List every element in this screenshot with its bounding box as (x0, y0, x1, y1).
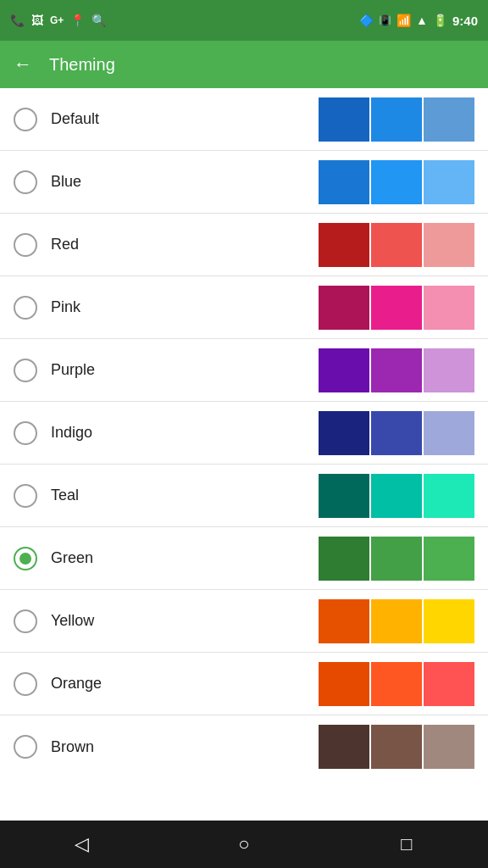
swatch-indigo-1 (371, 411, 422, 455)
status-right: 🔷 📳 📶 ▲ 🔋 9:40 (359, 14, 478, 28)
battery-icon: 🔋 (433, 14, 447, 27)
theme-label-red: Red (51, 236, 319, 253)
swatches-purple (319, 348, 474, 392)
google-icon: G+ (50, 14, 64, 26)
nav-home-button[interactable]: ○ (219, 833, 269, 855)
swatch-green-0 (319, 537, 369, 581)
wifi-icon: 📶 (396, 14, 411, 27)
swatch-indigo-2 (424, 411, 474, 455)
theme-label-yellow: Yellow (51, 612, 319, 630)
swatch-blue-0 (319, 160, 369, 204)
theme-label-orange: Orange (51, 675, 319, 693)
swatch-red-1 (371, 223, 422, 267)
theme-item-brown[interactable]: Brown (0, 715, 488, 778)
radio-green[interactable] (14, 547, 37, 570)
swatch-teal-0 (319, 474, 369, 518)
swatches-indigo (319, 411, 474, 455)
signal-icon: ▲ (416, 14, 428, 27)
radio-brown[interactable] (14, 735, 37, 759)
radio-teal[interactable] (14, 484, 37, 508)
swatch-yellow-1 (371, 599, 422, 643)
phone-icon: 📞 (10, 14, 25, 27)
theme-item-red[interactable]: Red (0, 214, 488, 276)
swatch-pink-0 (319, 286, 369, 330)
theme-item-pink[interactable]: Pink (0, 276, 488, 339)
swatches-green (319, 537, 474, 581)
swatch-pink-2 (424, 286, 474, 330)
theme-item-default[interactable]: Default (0, 88, 488, 151)
radio-indigo[interactable] (14, 421, 37, 445)
radio-blue[interactable] (14, 170, 37, 194)
swatch-pink-1 (371, 286, 422, 330)
swatch-purple-0 (319, 348, 369, 392)
swatch-red-2 (424, 223, 474, 267)
swatches-red (319, 223, 474, 267)
radio-default[interactable] (14, 108, 37, 131)
swatch-orange-1 (371, 662, 422, 706)
theme-label-purple: Purple (51, 361, 319, 379)
swatch-green-2 (424, 537, 474, 581)
search-icon: 🔍 (92, 14, 106, 27)
swatch-brown-1 (371, 725, 422, 769)
swatches-orange (319, 662, 474, 706)
theme-item-purple[interactable]: Purple (0, 339, 488, 402)
swatch-teal-2 (424, 474, 474, 518)
swatch-default-2 (424, 97, 474, 142)
theme-item-indigo[interactable]: Indigo (0, 402, 488, 465)
status-time: 9:40 (452, 14, 478, 28)
nav-bar: ◁ ○ □ (0, 821, 488, 868)
swatches-blue (319, 160, 474, 204)
nav-recent-button[interactable]: □ (381, 833, 432, 855)
swatch-brown-0 (319, 725, 369, 769)
status-bar: 📞 🖼 G+ 📍 🔍 🔷 📳 📶 ▲ 🔋 9:40 (0, 0, 488, 41)
swatch-red-0 (319, 223, 369, 267)
swatches-yellow (319, 599, 474, 643)
theme-item-green[interactable]: Green (0, 527, 488, 590)
swatch-yellow-2 (424, 599, 474, 643)
theme-item-teal[interactable]: Teal (0, 465, 488, 527)
swatch-brown-2 (424, 725, 474, 769)
theme-label-brown: Brown (51, 738, 319, 756)
radio-yellow[interactable] (14, 609, 37, 633)
theme-item-blue[interactable]: Blue (0, 151, 488, 214)
back-button[interactable]: ← (14, 53, 32, 75)
page-title: Theming (49, 55, 115, 75)
swatch-orange-0 (319, 662, 369, 706)
radio-orange[interactable] (14, 672, 37, 696)
swatch-default-0 (319, 97, 369, 142)
nav-back-button[interactable]: ◁ (56, 833, 107, 855)
swatch-indigo-0 (319, 411, 369, 455)
bluetooth-icon: 🔷 (359, 14, 374, 27)
swatch-green-1 (371, 537, 422, 581)
swatches-default (319, 97, 474, 142)
theme-label-green: Green (51, 549, 319, 567)
theme-list: DefaultBlueRedPinkPurpleIndigoTealGreenY… (0, 88, 488, 821)
swatch-default-1 (371, 97, 422, 142)
theme-item-yellow[interactable]: Yellow (0, 590, 488, 653)
swatch-orange-2 (424, 662, 474, 706)
swatch-teal-1 (371, 474, 422, 518)
image-icon: 🖼 (31, 14, 43, 27)
swatches-pink (319, 286, 474, 330)
swatches-teal (319, 474, 474, 518)
swatches-brown (319, 725, 474, 769)
theme-label-default: Default (51, 110, 319, 128)
theme-label-blue: Blue (51, 173, 319, 191)
swatch-purple-1 (371, 348, 422, 392)
swatch-purple-2 (424, 348, 474, 392)
radio-pink[interactable] (14, 296, 37, 320)
status-left: 📞 🖼 G+ 📍 🔍 (10, 14, 106, 27)
swatch-blue-2 (424, 160, 474, 204)
swatch-blue-1 (371, 160, 422, 204)
theme-label-teal: Teal (51, 487, 319, 504)
radio-red[interactable] (14, 233, 37, 257)
vibrate-icon: 📳 (379, 14, 391, 26)
swatch-yellow-0 (319, 599, 369, 643)
location-icon: 📍 (70, 14, 85, 27)
theme-item-orange[interactable]: Orange (0, 653, 488, 715)
theme-label-indigo: Indigo (51, 424, 319, 442)
theme-label-pink: Pink (51, 298, 319, 316)
radio-purple[interactable] (14, 359, 37, 382)
app-bar: ← Theming (0, 41, 488, 88)
